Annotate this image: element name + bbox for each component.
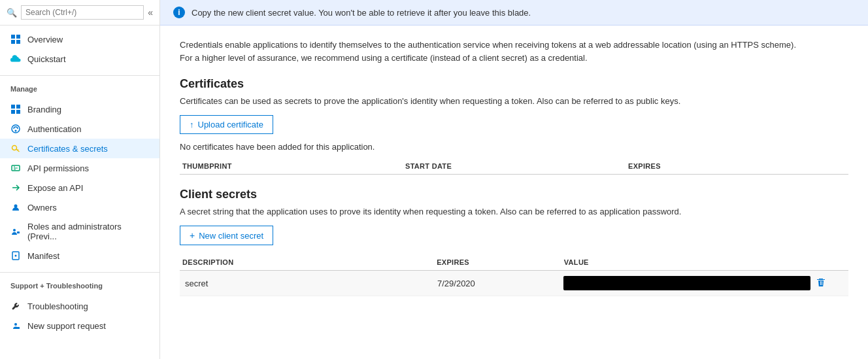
client-secrets-title: Client secrets (180, 188, 848, 201)
svg-rect-5 (16, 105, 20, 109)
roles-icon (10, 226, 21, 237)
secret-expires: 7/29/2020 (435, 279, 561, 288)
sidebar-item-label: Branding (27, 105, 61, 114)
client-secrets-desc: A secret string that the application use… (180, 207, 848, 216)
client-secrets-section: Client secrets A secret string that the … (180, 188, 848, 296)
search-bar: 🔍 « (0, 0, 159, 26)
upload-button-label: Upload certificate (198, 120, 263, 129)
certificates-section: Certificates Certificates can be used as… (180, 77, 848, 175)
thumbprint-header: THUMBPRINT (180, 162, 403, 170)
secret-actions (813, 277, 846, 290)
new-client-secret-button[interactable]: + New client secret (180, 226, 273, 245)
svg-rect-3 (16, 40, 20, 44)
plus-icon: + (190, 230, 195, 241)
cloud-icon (10, 54, 21, 64)
no-certificates-text: No certificates have been added for this… (180, 142, 848, 152)
secret-description: secret (182, 279, 435, 288)
support-icon (10, 320, 21, 331)
svg-point-9 (15, 130, 17, 132)
wrench-icon (10, 301, 21, 311)
sidebar-nav-manage: Branding Authentication Certificates & s… (0, 95, 159, 269)
collapse-button[interactable]: « (148, 7, 153, 18)
banner-text: Copy the new client secret value. You wo… (192, 8, 531, 18)
svg-rect-4 (11, 105, 15, 109)
upload-icon: ↑ (190, 120, 194, 129)
branding-icon (10, 104, 21, 114)
sidebar-item-certificates[interactable]: Certificates & secrets (0, 139, 159, 158)
secret-value-masked (563, 276, 810, 290)
certificates-desc: Certificates can be used as secrets to p… (180, 96, 848, 106)
sidebar-item-label: Troubleshooting (27, 301, 88, 311)
svg-point-12 (14, 205, 18, 208)
new-secret-button-label: New client secret (199, 231, 263, 241)
svg-point-17 (14, 323, 17, 326)
content-area: Credentials enable applications to ident… (160, 26, 868, 359)
expires-col-header: EXPIRES (434, 258, 561, 266)
svg-rect-1 (16, 35, 20, 39)
sidebar-item-label: Quickstart (27, 54, 66, 64)
sidebar-item-label: Expose an API (27, 183, 83, 193)
sidebar-item-expose-api[interactable]: Expose an API (0, 178, 159, 197)
description-header: DESCRIPTION (180, 258, 434, 266)
cert-table-header: THUMBPRINT START DATE EXPIRES (180, 158, 848, 175)
sidebar-item-owners[interactable]: Owners (0, 197, 159, 217)
sidebar-item-new-support[interactable]: New support request (0, 316, 159, 335)
info-icon: i (173, 7, 185, 18)
grid-icon (10, 34, 21, 44)
sidebar-item-label: New support request (27, 321, 106, 331)
manage-section-header: Manage (0, 78, 159, 95)
search-input[interactable] (21, 5, 144, 20)
key-icon (10, 143, 21, 154)
secret-table-row: secret 7/29/2020 (180, 271, 848, 296)
start-date-header: START DATE (403, 162, 626, 170)
certificates-title: Certificates (180, 77, 848, 91)
sidebar-item-label: Certificates & secrets (27, 144, 108, 154)
owners-icon (10, 202, 21, 213)
manifest-icon (10, 250, 21, 261)
sidebar-item-troubleshooting[interactable]: Troubleshooting (0, 296, 159, 316)
sidebar-item-label: Owners (27, 203, 57, 213)
svg-rect-6 (11, 110, 15, 114)
sidebar-item-branding[interactable]: Branding (0, 99, 159, 119)
authentication-icon (10, 124, 21, 134)
sidebar-item-quickstart[interactable]: Quickstart (0, 49, 159, 69)
expose-icon (10, 182, 21, 193)
sidebar-nav-top: Overview Quickstart (0, 26, 159, 73)
actions-header (816, 258, 848, 266)
sidebar-item-label: Roles and administrators (Previ... (27, 222, 149, 241)
search-icon: 🔍 (7, 8, 17, 18)
sidebar-item-label: API permissions (27, 163, 89, 173)
svg-point-16 (15, 255, 17, 257)
sidebar-item-api-permissions[interactable]: API permissions (0, 158, 159, 178)
svg-point-13 (13, 229, 16, 231)
support-section-header: Support + Troubleshooting (0, 275, 159, 292)
sidebar: 🔍 « Overview Quickstart Manage Branding (0, 0, 160, 359)
intro-text: Credentials enable applications to ident… (180, 39, 807, 64)
svg-rect-18 (17, 327, 20, 329)
sidebar-item-manifest[interactable]: Manifest (0, 246, 159, 265)
info-banner: i Copy the new client secret value. You … (160, 0, 868, 26)
value-header: VALUE (561, 258, 816, 266)
sidebar-item-label: Authentication (27, 124, 81, 134)
svg-rect-2 (11, 40, 15, 44)
svg-rect-7 (16, 110, 20, 114)
sidebar-item-authentication[interactable]: Authentication (0, 119, 159, 139)
upload-certificate-button[interactable]: ↑ Upload certificate (180, 115, 273, 134)
svg-rect-0 (11, 35, 15, 39)
sidebar-nav-support: Troubleshooting New support request (0, 292, 159, 339)
main-content: i Copy the new client secret value. You … (160, 0, 868, 359)
sidebar-item-label: Overview (27, 35, 63, 44)
sidebar-item-roles[interactable]: Roles and administrators (Previ... (0, 217, 159, 246)
secret-value-cell (561, 276, 813, 290)
expires-header: EXPIRES (626, 162, 848, 170)
svg-rect-14 (17, 231, 20, 233)
secrets-table-header: DESCRIPTION EXPIRES VALUE (180, 254, 848, 271)
sidebar-item-overview[interactable]: Overview (0, 29, 159, 49)
delete-secret-button[interactable] (816, 279, 826, 290)
sidebar-item-label: Manifest (27, 251, 59, 261)
api-icon (10, 163, 21, 173)
